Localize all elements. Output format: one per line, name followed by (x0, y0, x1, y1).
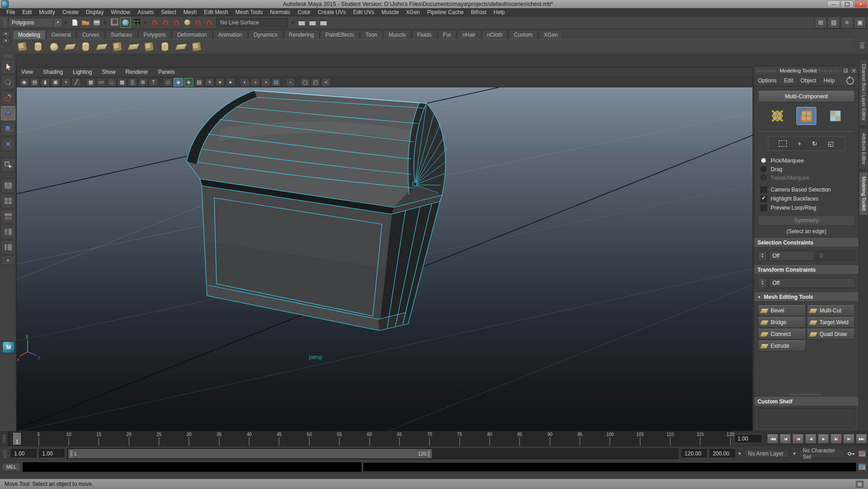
menu-item[interactable]: XGen (402, 8, 424, 16)
new-scene-icon[interactable] (70, 18, 80, 28)
shelf-tab[interactable]: Curves (77, 30, 105, 39)
drag-handle[interactable] (820, 70, 839, 72)
select-object-icon[interactable] (120, 17, 131, 28)
checkbox-option[interactable]: Highlight Backfaces (757, 195, 856, 203)
constraint-dropdown-icon[interactable]: ▼▼ (758, 251, 767, 261)
snap-point-icon[interactable] (171, 18, 181, 28)
smooth-shade-icon[interactable]: ◆ (174, 78, 183, 86)
safe-title-icon[interactable]: T (149, 78, 158, 86)
script-editor-icon[interactable] (858, 463, 866, 470)
radio-option[interactable]: Tweak/Marquee (757, 173, 856, 182)
toggle-attribute-editor-icon[interactable]: ⊞ (815, 17, 827, 29)
toolkit-menu-item[interactable]: Object (800, 77, 816, 84)
marquee-select-icon[interactable] (779, 140, 787, 147)
resize-handle[interactable] (791, 393, 822, 395)
make-live-icon[interactable] (204, 18, 214, 28)
close-panel-icon[interactable]: × (850, 67, 857, 74)
field-chart-icon[interactable]: ▒ (128, 78, 137, 86)
single-pane-layout-button[interactable] (1, 178, 15, 193)
safe-action-icon[interactable]: ⊞ (138, 78, 148, 86)
shelf-tab[interactable]: Fluids (412, 30, 437, 39)
sidebar-tab[interactable]: Attribute Editor (859, 128, 868, 169)
more-layouts-button[interactable]: ▼ (1, 255, 15, 265)
panel-menu-item[interactable]: Renderer (125, 69, 154, 75)
toolkit-menu-item[interactable]: Options (758, 77, 776, 84)
time-slider[interactable]: 5 10 15 20 25 (8, 431, 731, 446)
minimize-button[interactable]: — (827, 0, 840, 8)
trash-icon[interactable] (858, 41, 866, 50)
face-mode-button[interactable] (826, 107, 845, 125)
shadows-icon[interactable]: ◐ (240, 78, 250, 86)
textured-icon[interactable]: ▨ (194, 78, 204, 86)
menu-item[interactable]: Muscle (378, 8, 402, 16)
menu-item[interactable]: Mesh (180, 8, 200, 16)
viewport-canvas[interactable]: y x z persp (17, 87, 752, 431)
screen-space-ao-icon[interactable]: ● (251, 78, 260, 86)
toolkit-menu-item[interactable]: Edit (784, 77, 793, 84)
snap-grid-icon[interactable] (149, 18, 159, 28)
menu-item[interactable]: Window (107, 8, 134, 16)
render-settings-icon[interactable] (318, 18, 328, 28)
playback-end-field[interactable] (681, 449, 707, 458)
character-set-dropdown[interactable]: No Character Set (799, 449, 844, 458)
rotate-tool-button[interactable] (1, 121, 15, 136)
group-collapse-icon[interactable] (104, 20, 106, 25)
checkbox-option[interactable]: Preview Loop/Ring (757, 204, 856, 212)
multi-cut-button[interactable]: Multi-Cut (807, 305, 855, 316)
wireframe-on-shaded-icon[interactable]: ◈ (184, 78, 193, 86)
panel-menu-item[interactable]: Shading (43, 69, 68, 75)
shelf-tab[interactable]: Surfaces (105, 30, 137, 39)
group-collapse-icon[interactable] (65, 20, 67, 25)
drag-handle[interactable] (757, 70, 777, 72)
auto-keyframe-icon[interactable] (847, 450, 855, 457)
grid-icon[interactable]: ▦ (86, 78, 96, 86)
maya-logo-icon[interactable]: M (2, 341, 15, 353)
step-back-key-button[interactable]: |◀ (792, 434, 804, 444)
close-button[interactable]: × (854, 0, 867, 8)
menu-item[interactable]: Mesh Tools (232, 8, 266, 16)
panel-menu-item[interactable]: View (21, 69, 39, 75)
rotate-icon[interactable]: ↻ (812, 140, 817, 147)
motion-blur-icon[interactable]: ◑ (261, 78, 270, 86)
select-camera-icon[interactable]: ◉ (19, 78, 29, 86)
power-toggle-icon[interactable] (846, 77, 854, 85)
menu-set-dropdown[interactable]: Polygons ▼ (8, 18, 63, 28)
toolkit-menu-item[interactable]: Help (824, 77, 835, 84)
last-tool-button[interactable] (1, 158, 15, 172)
two-d-pan-zoom-icon[interactable]: + (61, 78, 71, 86)
menu-item[interactable]: Create UVs (314, 8, 349, 16)
shelf-tab[interactable]: PaintEffects (320, 30, 360, 39)
snap-view-plane-icon[interactable] (193, 18, 203, 28)
live-surface-field[interactable]: No Live Surface (216, 18, 288, 27)
persp-outliner-layout-button[interactable] (1, 240, 15, 254)
use-all-lights-icon[interactable]: ✳ (205, 78, 214, 86)
help-line-toggle-icon[interactable]: ▤ (856, 481, 863, 488)
bridge-button[interactable]: Bridge (758, 317, 806, 328)
shelf-tab[interactable]: Modeling (13, 30, 46, 39)
range-slider-bar[interactable]: 1 120 (68, 449, 432, 458)
symmetry-button[interactable]: Symmetry (758, 216, 855, 225)
shelf-tab[interactable]: Polygons (138, 30, 171, 39)
custom-shelf-area[interactable] (758, 408, 855, 428)
command-result-field[interactable] (363, 463, 856, 471)
render-view-icon[interactable] (297, 18, 307, 28)
gate-mask-icon[interactable]: ▩ (117, 78, 127, 86)
menu-item[interactable]: Create (58, 8, 82, 16)
command-input[interactable] (23, 462, 362, 472)
menu-item[interactable]: Bifrost (468, 8, 490, 16)
menu-item[interactable]: Assets (134, 8, 157, 16)
panel-menu-item[interactable]: Panels (158, 69, 180, 75)
drag-handle[interactable] (2, 434, 6, 443)
extrude-icon[interactable] (111, 41, 123, 53)
paint-select-tool-button[interactable] (1, 91, 15, 105)
radio-option[interactable]: Drag (757, 165, 856, 173)
range-slider[interactable]: 1 120 (67, 448, 679, 459)
xray-icon[interactable]: ▢ (300, 78, 310, 86)
anim-layer-dropdown[interactable]: No Anim Layer (744, 449, 790, 458)
animation-preferences-icon[interactable] (858, 450, 866, 457)
menu-item[interactable]: Color (294, 8, 314, 16)
menu-item[interactable]: Display (82, 8, 107, 16)
select-hierarchy-icon[interactable] (109, 17, 119, 27)
target-weld-button[interactable]: Target Weld (807, 317, 855, 328)
go-to-end-button[interactable]: ▶▶| (856, 434, 867, 444)
